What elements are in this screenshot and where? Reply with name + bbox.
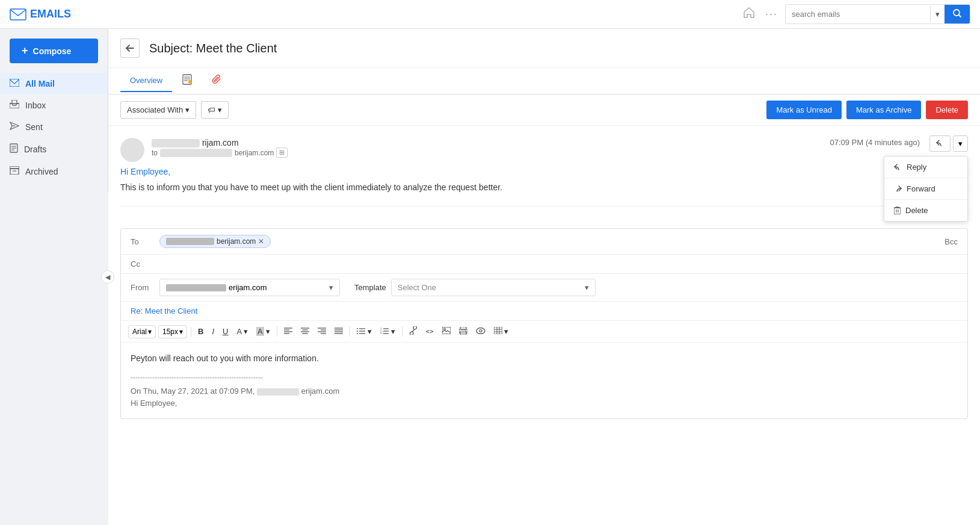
sidebar-collapse-button[interactable]: ◀ [101,270,114,284]
more-icon[interactable]: ··· [765,8,778,20]
template-select[interactable]: Select One ▾ [391,279,596,296]
bullet-dropdown-icon: ▾ [368,327,372,336]
search-button[interactable] [945,5,970,23]
preview-button[interactable] [473,325,488,338]
back-icon [126,45,134,52]
search-dropdown-button[interactable]: ▾ [930,6,945,22]
link-button[interactable] [406,325,421,338]
quoted-header: On Thu, May 27, 2021 at 07:09 PM, erijam… [131,385,958,397]
svg-rect-54 [442,327,451,334]
align-left-icon [284,327,292,334]
code-button[interactable]: <> [423,326,437,337]
svg-point-42 [357,328,358,329]
svg-rect-13 [10,169,19,175]
expand-recipients-icon[interactable]: ⊞ [276,148,288,158]
align-center-button[interactable] [298,325,312,338]
highlight-button[interactable]: A ▾ [253,325,273,338]
bcc-label[interactable]: Bcc [945,237,958,246]
svg-rect-20 [188,80,191,83]
compose-from-label: From [131,283,155,292]
reply-small-button[interactable] [929,135,951,152]
bullet-list-button[interactable]: ▾ [354,325,375,338]
justify-button[interactable] [331,325,346,338]
all-mail-icon [10,78,19,89]
font-selector[interactable]: Arial ▾ [128,325,156,338]
home-icon[interactable] [742,6,756,22]
align-right-icon [318,327,326,334]
email-body: rijam.com to berijam.com ⊞ 07:09 PM (4 m… [108,126,980,219]
table-dropdown-icon: ▾ [504,327,508,336]
align-right-button[interactable] [315,325,329,338]
compose-subject-text: Re: Meet the Client [131,306,197,315]
sidebar-item-archived[interactable]: Archived [0,161,108,182]
svg-rect-5 [10,104,19,108]
table-button[interactable]: ▾ [491,325,512,338]
topbar-icons: ··· [742,6,778,22]
dropdown-delete-label: Delete [905,206,928,215]
text-color-button[interactable]: A ▾ [233,325,251,338]
app-logo: EMAILS [10,8,71,20]
to-addr-blurred [160,149,232,157]
sidebar-item-archived-label: Archived [25,167,58,176]
compose-button[interactable]: + Compose [10,39,98,63]
tag-button[interactable]: 🏷 ▾ [201,101,229,119]
italic-button[interactable]: I [209,325,217,338]
image-button[interactable] [439,325,454,338]
print-button[interactable] [456,325,470,338]
to-domain: berijam.com [235,149,274,157]
compose-to-tag: berijam.com ✕ [159,235,271,248]
align-left-button[interactable] [281,325,295,338]
sidebar-item-drafts[interactable]: Drafts [0,138,108,161]
associated-with-dropdown-icon: ▾ [185,105,190,114]
to-tag-domain: berijam.com [217,237,256,246]
compose-from-select[interactable]: erijam.com ▾ [159,279,340,296]
sidebar-item-all-mail[interactable]: All Mail [0,73,108,95]
text-color-label: A [236,327,241,336]
dropdown-reply-item[interactable]: Reply [884,157,967,178]
tab-attachments[interactable] [202,68,232,94]
size-selector[interactable]: 15px ▾ [158,325,187,338]
numbered-list-button[interactable]: 1.2.3. ▾ [377,325,398,338]
reply-actions: ▾ [929,135,968,152]
tab-overview-label: Overview [130,76,162,85]
sidebar-item-sent[interactable]: Sent [0,116,108,138]
dropdown-delete-item[interactable]: Delete [884,199,967,221]
delete-button[interactable]: Delete [926,101,968,119]
reply-dropdown-button[interactable]: ▾ [953,135,968,152]
dropdown-forward-item[interactable]: Forward [884,178,967,199]
bold-button[interactable]: B [195,325,206,338]
from-dropdown-icon: ▾ [329,283,333,292]
remove-to-tag-button[interactable]: ✕ [258,237,264,246]
reply-compose: To berijam.com ✕ Bcc Cc From erijam.com … [120,228,968,419]
sidebar: + Compose All Mail Inbox Sent [0,29,108,192]
email-time: 07:09 PM (4 minutes ago) [830,138,920,147]
email-header: Subject: Meet the Client [108,29,980,68]
tag-icon: 🏷 [208,105,215,114]
sidebar-item-inbox-label: Inbox [25,101,46,110]
from-addr-blurred [166,284,226,291]
bullet-list-icon [357,327,365,334]
back-button[interactable] [120,39,140,58]
tab-overview[interactable]: Overview [120,70,172,92]
tag-dropdown-icon: ▾ [218,105,222,114]
drafts-icon [10,143,18,155]
search-input[interactable] [786,6,930,22]
table-icon [494,327,502,334]
email-logo-icon [10,8,26,20]
quoted-text: ----------------------------------------… [131,372,958,409]
compose-label: Compose [33,46,72,56]
main-layout: + Compose All Mail Inbox Sent [0,29,980,525]
sidebar-item-inbox[interactable]: Inbox [0,95,108,116]
archived-icon [10,166,19,177]
font-name: Arial [132,328,147,336]
tab-notes[interactable] [172,68,202,94]
compose-editor[interactable]: Peyton will reach out to you with more i… [121,343,967,418]
mark-archive-button[interactable]: Mark as Archive [846,101,921,119]
svg-rect-62 [494,327,502,334]
compose-to-label: To [131,237,155,246]
underline-button[interactable]: U [220,325,231,338]
justify-icon [334,327,343,334]
to-addr-blurred [166,238,214,245]
associated-with-button[interactable]: Associated With ▾ [120,101,196,119]
mark-unread-button[interactable]: Mark as Unread [766,101,841,119]
